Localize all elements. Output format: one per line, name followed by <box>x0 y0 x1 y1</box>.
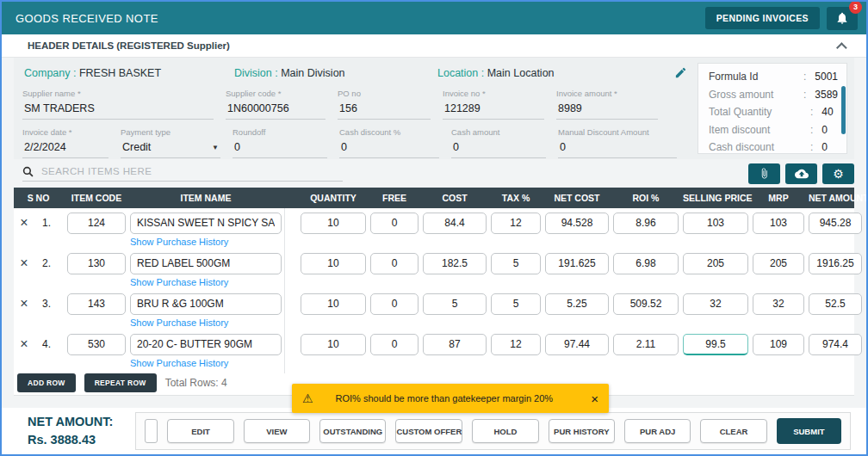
net-amount-input[interactable] <box>809 334 862 355</box>
edit-button[interactable]: EDIT <box>167 419 233 443</box>
division-value: Main Division <box>281 67 344 79</box>
delete-row-icon[interactable]: × <box>14 337 34 351</box>
quantity-input[interactable] <box>301 213 366 234</box>
outstanding-button[interactable]: OUTSTANDING <box>319 419 386 443</box>
selling-price-input[interactable] <box>683 293 748 315</box>
cash-discount-pct-label: Cash discount % <box>339 127 439 137</box>
roi-input[interactable] <box>613 253 679 274</box>
summary-value: 3589 <box>815 89 838 101</box>
selling-price-input[interactable] <box>683 334 748 355</box>
item-code-input[interactable] <box>67 253 126 274</box>
item-code-input[interactable] <box>67 213 126 234</box>
item-name-input[interactable] <box>130 213 282 234</box>
roi-input[interactable] <box>613 334 679 355</box>
col-cost: COST <box>423 193 487 203</box>
add-row-button[interactable]: ADD ROW <box>17 373 76 392</box>
quantity-input[interactable] <box>301 293 366 315</box>
clear-button[interactable]: CLEAR <box>700 419 766 443</box>
upload-button[interactable] <box>785 163 817 184</box>
net-cost-input[interactable] <box>545 334 609 355</box>
net-cost-input[interactable] <box>545 293 609 315</box>
invoice-no-field[interactable]: Invoice no * 121289 <box>443 89 544 120</box>
delete-row-icon[interactable]: × <box>14 256 34 270</box>
item-name-input[interactable] <box>130 253 282 274</box>
mrp-input[interactable] <box>753 253 804 274</box>
pending-invoices-button[interactable]: PENDING INVOICES <box>705 7 820 29</box>
settings-button[interactable]: ⚙ <box>822 163 854 184</box>
gear-icon: ⚙ <box>833 167 844 181</box>
net-amount-label: NET AMOUNT: <box>28 413 113 431</box>
selling-price-input[interactable] <box>683 253 748 274</box>
po-no-field[interactable]: PO no 156 <box>338 89 431 120</box>
show-purchase-history-link[interactable]: Show Purchase History <box>130 277 282 288</box>
tax-input[interactable] <box>491 213 541 234</box>
hold-button[interactable]: HOLD <box>472 419 538 443</box>
search-items-box[interactable] <box>22 166 343 182</box>
item-name-input[interactable] <box>130 334 282 355</box>
summary-row: Gross amount:3589 <box>709 89 838 101</box>
show-purchase-history-link[interactable]: Show Purchase History <box>130 358 282 369</box>
free-input[interactable] <box>370 213 418 234</box>
notifications-button[interactable]: 3 <box>827 7 858 30</box>
cost-input[interactable] <box>423 293 487 315</box>
invoice-amount-field[interactable]: Invoice amount * 8989 <box>556 89 658 120</box>
delete-row-icon[interactable]: × <box>14 297 34 311</box>
net-amount-input[interactable] <box>809 293 862 315</box>
cost-input[interactable] <box>423 334 487 355</box>
show-purchase-history-link[interactable]: Show Purchase History <box>130 237 282 248</box>
footer-checkbox[interactable] <box>145 419 158 443</box>
net-cost-input[interactable] <box>545 253 609 274</box>
mrp-input[interactable] <box>753 293 804 315</box>
supplier-code-field[interactable]: Supplier code * 1N60000756 <box>226 89 326 120</box>
payment-type-select[interactable]: Payment type Credit▼ <box>121 127 220 158</box>
cost-input[interactable] <box>423 253 487 274</box>
tax-input[interactable] <box>491 253 541 274</box>
free-input[interactable] <box>370 253 418 274</box>
edit-header-button[interactable] <box>674 66 687 79</box>
pur-history-button[interactable]: PUR HISTORY <box>549 419 615 443</box>
net-amount-input[interactable] <box>809 253 862 274</box>
cost-input[interactable] <box>423 213 487 234</box>
summary-row: Cash discount:0 <box>709 141 838 153</box>
mrp-input[interactable] <box>753 213 804 234</box>
cash-discount-pct-value: 0 <box>339 140 439 158</box>
cash-discount-pct-field[interactable]: Cash discount % 0 <box>339 127 439 158</box>
selling-price-input[interactable] <box>683 213 748 234</box>
tax-input[interactable] <box>491 293 541 315</box>
item-code-input[interactable] <box>67 293 126 315</box>
invoice-date-field[interactable]: Invoice date * 2/2/2024 <box>22 127 108 158</box>
submit-button[interactable]: SUBMIT <box>777 418 841 444</box>
close-icon[interactable]: × <box>591 391 598 406</box>
po-no-label: PO no <box>338 89 431 98</box>
show-purchase-history-link[interactable]: Show Purchase History <box>130 317 282 329</box>
free-input[interactable] <box>370 334 418 355</box>
manual-discount-field[interactable]: Manual Discount Amount 0 <box>558 127 677 158</box>
net-amount-input[interactable] <box>809 213 862 234</box>
summary-value: 0 <box>822 141 828 153</box>
roundoff-field[interactable]: Roundoff 0 <box>232 127 327 158</box>
quantity-input[interactable] <box>301 253 366 274</box>
quantity-input[interactable] <box>301 334 366 355</box>
tax-input[interactable] <box>491 334 541 355</box>
supplier-code-value: 1N60000756 <box>226 102 326 120</box>
item-name-input[interactable] <box>130 293 282 315</box>
attachment-button[interactable] <box>748 163 780 184</box>
item-code-input[interactable] <box>67 334 126 355</box>
company-value: FRESH BASKET <box>79 67 161 79</box>
summary-scrollbar[interactable] <box>841 86 846 134</box>
roi-input[interactable] <box>613 213 679 234</box>
supplier-name-field[interactable]: Supplier name * SM TRADERS <box>22 89 214 120</box>
custom-offer-button[interactable]: CUSTOM OFFER <box>395 419 462 443</box>
mrp-input[interactable] <box>753 334 804 355</box>
pur-adj-button[interactable]: PUR ADJ <box>624 419 691 443</box>
net-cost-input[interactable] <box>545 213 609 234</box>
repeat-row-button[interactable]: REPEAT ROW <box>84 373 157 392</box>
supplier-name-label: Supplier name * <box>22 89 214 98</box>
view-button[interactable]: VIEW <box>244 419 310 443</box>
roi-input[interactable] <box>613 293 679 315</box>
collapse-section-icon[interactable] <box>836 42 847 53</box>
search-input[interactable] <box>41 166 343 176</box>
delete-row-icon[interactable]: × <box>14 216 34 230</box>
free-input[interactable] <box>370 293 418 315</box>
cash-amount-field[interactable]: Cash amount 0 <box>451 127 546 158</box>
